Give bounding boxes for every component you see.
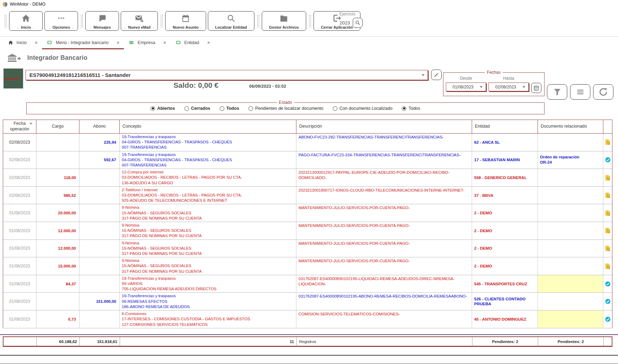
bank-logo: Santander	[3, 69, 23, 88]
cell-status[interactable]	[603, 222, 612, 240]
ejercicio-value: 2023	[339, 20, 350, 26]
header-abono[interactable]: Abono	[79, 120, 120, 133]
estado-radio-label: Todos	[226, 106, 239, 111]
cell-status[interactable]	[603, 134, 612, 151]
toolbar-button[interactable]: Nuevo Asunto	[165, 11, 206, 31]
tab[interactable]: Inicio ×	[3, 37, 42, 49]
toolbar-button[interactable]: Inicio	[9, 11, 43, 31]
cell-documento-relacionado	[538, 275, 603, 293]
cell-fecha-operacion: 01/08/2023	[3, 204, 36, 222]
estado-radio[interactable]: Todos	[220, 106, 239, 111]
edit-account-button[interactable]	[431, 70, 442, 80]
window-bottom-edge	[0, 355, 618, 364]
estado-radio-label: Todos	[408, 106, 420, 111]
ejercicio-search-button[interactable]	[353, 18, 363, 28]
close-icon[interactable]: ×	[35, 40, 37, 45]
header-documento-relacionado[interactable]: Documento relacionado	[538, 120, 603, 133]
estado-radio[interactable]: Con documento Localizado	[333, 106, 393, 111]
estado-groupbox: Estado Abiertos Cerrados Todos Pendiente…	[26, 102, 545, 114]
cell-status[interactable]	[603, 240, 612, 257]
header-descripcion[interactable]: Descripción	[296, 120, 472, 133]
estado-radio[interactable]: Pendientes de localizar documento	[248, 106, 323, 111]
cell-entidad: 17 - SEBASTIAN MARIN	[472, 151, 538, 169]
cell-concepto: 9-Nómina15-NÓMINAS - SEGUROS SOCIALES317…	[120, 240, 296, 257]
cell-abono: 225,94	[79, 134, 120, 151]
estado-radio[interactable]: Abiertos	[150, 106, 175, 111]
sort-desc-icon[interactable]	[29, 123, 33, 125]
cell-status[interactable]	[603, 311, 612, 328]
refresh-icon	[598, 87, 608, 97]
cell-descripcion: PAGO-FACTURA-FVC23-334-TRANSFERENCIAS-TR…	[296, 151, 472, 169]
refresh-button[interactable]	[593, 84, 613, 100]
drag-grip[interactable]	[160, 14, 163, 28]
close-icon[interactable]: ×	[207, 40, 210, 45]
drag-grip[interactable]	[309, 14, 311, 28]
cell-status[interactable]	[603, 187, 612, 204]
desde-date-value: 01/08/2023	[446, 85, 480, 90]
tab[interactable]: Entidad ×	[171, 37, 215, 49]
radio-icon	[248, 106, 253, 111]
totals-footer: 60.188,62 151.818,61 11 Registros Pendie…	[3, 336, 612, 347]
cell-documento-relacionado	[538, 311, 603, 328]
toolbar-button[interactable]: Mensajes	[85, 11, 119, 31]
table-row[interactable]: 01/08/2023 12.000,00 9-Nómina15-NÓMINAS …	[3, 222, 612, 240]
cell-descripcion: MANTENIMIENTO-JULIO-SERVICIOS-POR-CUENTA…	[296, 222, 472, 240]
cell-entidad: 37 - BBVA	[472, 187, 538, 204]
toolbar-button[interactable]: Localizar Entidad	[208, 11, 254, 31]
table-row[interactable]: 01/08/2023 0,73 6-Comisiones17-INTERESES…	[3, 311, 612, 328]
cell-concepto: 9-Nómina15-NÓMINAS - SEGUROS SOCIALES317…	[120, 222, 296, 240]
drag-grip[interactable]	[80, 14, 83, 28]
estado-radio[interactable]: Cerrados	[184, 106, 210, 111]
cell-abono	[79, 222, 120, 240]
filter-button[interactable]	[547, 84, 567, 100]
cell-concepto: 19-Transferencias y traspasos99-VARIOS70…	[120, 275, 296, 293]
table-row[interactable]: 02/08/2023 985,52 2-Teléfono / Internet0…	[3, 187, 612, 205]
toolbar-button[interactable]: Opciones	[44, 11, 78, 31]
cell-concepto: 19-Transferencias y traspasos04-GIROS - …	[120, 151, 296, 169]
tab[interactable]: Menú - Integrador bancario ×	[42, 37, 124, 49]
hasta-date-value: 02/08/2023	[489, 85, 522, 90]
cell-status[interactable]	[603, 293, 612, 310]
table-row[interactable]: 01/08/2023 12.000,00 9-Nómina15-NÓMINAS …	[3, 240, 612, 258]
cell-status[interactable]	[603, 204, 612, 222]
cell-status[interactable]	[603, 257, 612, 275]
header-concepto[interactable]: Concepto	[120, 120, 296, 133]
table-row[interactable]: 02/08/2023 118,00 12-Compra por internet…	[3, 169, 612, 187]
bank-logo-text: Santander	[3, 77, 20, 80]
toolbar-button-label: Opciones	[49, 25, 73, 29]
drag-grip[interactable]	[4, 14, 7, 28]
calendar-button[interactable]	[531, 83, 541, 93]
close-icon[interactable]: ×	[163, 40, 166, 45]
desde-date-input[interactable]: 01/08/2023	[446, 83, 486, 91]
table-row[interactable]: 02/08/2023 225,94 19-Transferencias y tr…	[3, 134, 612, 151]
menu-button[interactable]	[570, 84, 590, 100]
estado-radio-label: Abiertos	[157, 106, 175, 111]
table-body: 02/08/2023 225,94 19-Transferencias y tr…	[3, 134, 612, 328]
estado-radio[interactable]: Todos	[402, 106, 420, 111]
cell-status[interactable]	[603, 151, 612, 169]
header-entidad[interactable]: Entidad	[472, 120, 538, 133]
drag-grip[interactable]	[257, 14, 259, 28]
tab[interactable]: Empresa ×	[124, 37, 170, 49]
cell-status[interactable]	[603, 275, 612, 293]
close-icon[interactable]: ×	[117, 40, 119, 45]
cell-entidad: 2 - DEMO	[472, 240, 538, 257]
tab-grid-icon	[128, 40, 134, 45]
doc-search-icon	[605, 263, 610, 269]
table-row[interactable]: 02/08/2023 592,67 19-Transferencias y tr…	[3, 151, 612, 169]
hasta-date-input[interactable]: 02/08/2023	[489, 83, 529, 91]
cell-cargo	[36, 151, 79, 169]
cell-status[interactable]	[603, 169, 612, 186]
table-row[interactable]: 01/08/2023 84,37 19-Transferencias y tra…	[3, 275, 612, 293]
table-row[interactable]: 01/08/2023 151.000,00 19-Transferencias …	[3, 293, 612, 311]
tab-label: Empresa	[138, 40, 155, 45]
header-fecha-operacion[interactable]: Fecha operación	[3, 120, 36, 133]
toolbar-button[interactable]: Gestor Archivos	[262, 11, 306, 31]
table-row[interactable]: 01/08/2023 20.000,00 9-Nómina15-NÓMINAS …	[3, 204, 612, 222]
header-cargo[interactable]: Cargo	[36, 120, 79, 133]
table-row[interactable]: 01/08/2023 15.000,00 9-Nómina15-NÓMINAS …	[3, 257, 612, 275]
toolbar-button[interactable]: Nuevo eMail	[121, 11, 158, 31]
ejercicio-group: Ejercicio 2023	[339, 12, 363, 28]
cell-concepto: 12-Compra por internet03-DOMICILIADOS - …	[120, 169, 296, 186]
account-select[interactable]: ES7900491249181216516511 - Santander	[26, 70, 428, 80]
